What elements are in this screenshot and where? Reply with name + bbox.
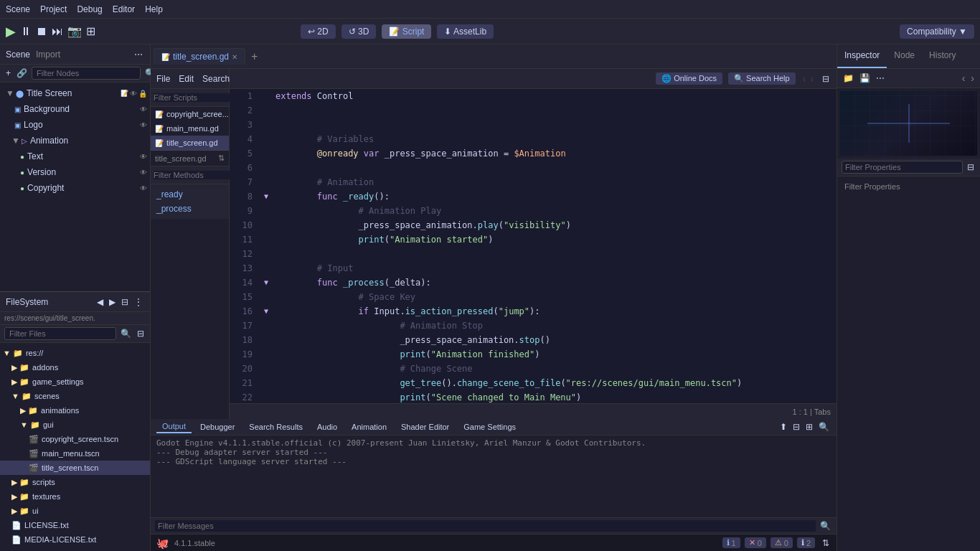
- fs-item-scripts[interactable]: ▶ 📁 scripts: [0, 475, 150, 489]
- inspector-save-btn[interactable]: 💾: [858, 72, 872, 85]
- status-settings-btn[interactable]: ⇅: [821, 537, 831, 550]
- filter-files-input[interactable]: [4, 327, 116, 340]
- method-process[interactable]: _process: [151, 202, 229, 216]
- output-tab-search[interactable]: Search Results: [243, 421, 308, 433]
- output-tab-shader[interactable]: Shader Editor: [395, 421, 455, 433]
- script-item-copyright[interactable]: 📝 copyright_scree...: [151, 107, 229, 121]
- scene-tab[interactable]: Scene: [6, 50, 30, 60]
- filter-nodes-input[interactable]: [32, 67, 141, 80]
- pause-button[interactable]: ⏸: [20, 25, 32, 38]
- script-item-title-screen[interactable]: 📝 title_screen.gd: [151, 136, 229, 150]
- output-settings-btn[interactable]: ⊞: [804, 420, 814, 433]
- new-tab-btn[interactable]: +: [247, 50, 262, 63]
- nav-back-btn[interactable]: ‹: [801, 72, 808, 86]
- inspector-tab-node[interactable]: Node: [887, 44, 922, 68]
- fs-options-btn[interactable]: ⊟: [136, 327, 146, 340]
- output-tab-debugger[interactable]: Debugger: [194, 421, 240, 433]
- stop-button[interactable]: ⏹: [36, 25, 47, 38]
- fs-item-game-settings[interactable]: ▶ 📁 game_settings: [0, 375, 150, 389]
- node-eye-icon[interactable]: 👁: [140, 153, 147, 161]
- menu-search[interactable]: Search: [202, 74, 230, 84]
- search-help-btn[interactable]: 🔍 Search Help: [728, 72, 796, 85]
- fs-item-media-license[interactable]: 📄 MEDIA-LICENSE.txt: [0, 532, 150, 547]
- output-tab-animation[interactable]: Animation: [346, 421, 392, 433]
- scene-settings-btn[interactable]: ⋯: [133, 48, 144, 61]
- output-tab-game-settings[interactable]: Game Settings: [458, 421, 522, 433]
- fs-item-animations[interactable]: ▶ 📁 animations: [0, 403, 150, 418]
- fold-button[interactable]: ▼: [264, 189, 275, 204]
- filter-search-btn[interactable]: 🔍: [819, 519, 832, 532]
- step-button[interactable]: ⏭: [52, 25, 63, 38]
- fs-item-textures[interactable]: ▶ 📁 textures: [0, 489, 150, 504]
- fs-item-scenes[interactable]: ▼ 📁 scenes: [0, 389, 150, 403]
- compatibility-button[interactable]: Compatibility ▼: [900, 24, 974, 39]
- fs-item-res[interactable]: ▼ 📁 res://: [0, 346, 150, 360]
- node-lock-icon[interactable]: 🔒: [138, 90, 147, 98]
- fs-nav-left[interactable]: ◀: [95, 296, 105, 309]
- tab-title-screen[interactable]: 📝 title_screen.gd ✕: [154, 48, 245, 65]
- output-tab-audio[interactable]: Audio: [311, 421, 343, 433]
- output-search-btn[interactable]: 🔍: [817, 420, 831, 433]
- inspector-more-btn[interactable]: ⋯: [875, 72, 886, 85]
- output-tab-output[interactable]: Output: [156, 420, 192, 433]
- fs-item-gui[interactable]: ▼ 📁 gui: [0, 418, 150, 432]
- menu-file[interactable]: File: [156, 74, 170, 84]
- tree-node-background[interactable]: ▣ Background 👁: [0, 101, 150, 117]
- scene-link-btn[interactable]: 🔗: [15, 67, 29, 80]
- fs-filter-btn[interactable]: 🔍: [119, 327, 133, 340]
- script-button[interactable]: 📝 Script: [382, 24, 431, 39]
- play-button[interactable]: ▶: [6, 24, 16, 39]
- error-count-badge[interactable]: ✕ 0: [745, 537, 766, 548]
- grid-button[interactable]: ⊞: [86, 24, 95, 38]
- inspector-nav-forward[interactable]: ›: [969, 71, 976, 85]
- import-tab[interactable]: Import: [36, 50, 60, 60]
- inspector-nav-back[interactable]: ‹: [961, 71, 967, 85]
- inspector-tab-history[interactable]: History: [922, 44, 963, 68]
- fold-button[interactable]: ▼: [264, 304, 275, 319]
- fold-button[interactable]: ▼: [264, 276, 275, 290]
- tree-node-logo[interactable]: ▣ Logo 👁: [0, 117, 150, 133]
- menu-editor[interactable]: Editor: [113, 4, 135, 14]
- nav-forward-btn[interactable]: ›: [809, 72, 815, 86]
- fs-layout-btn[interactable]: ⊟: [120, 296, 130, 309]
- menu-edit[interactable]: Edit: [179, 74, 194, 84]
- view-3d-button[interactable]: ↺ 3D: [341, 24, 377, 39]
- node-eye-icon[interactable]: 👁: [140, 169, 147, 176]
- filter-messages-input[interactable]: [155, 520, 816, 532]
- menu-scene[interactable]: Scene: [6, 4, 30, 14]
- info-count-badge[interactable]: ℹ 1: [722, 537, 740, 548]
- view-2d-button[interactable]: ↩ 2D: [301, 24, 336, 39]
- fs-more-btn[interactable]: ⋮: [133, 296, 144, 309]
- misc-count-badge[interactable]: ℹ 2: [797, 537, 815, 548]
- scene-add-node-btn[interactable]: +: [4, 67, 12, 80]
- output-copy-btn[interactable]: ⊟: [791, 420, 801, 433]
- fs-item-copyright-screen[interactable]: 🎬 copyright_screen.tscn: [0, 432, 150, 446]
- assetlib-button[interactable]: ⬇ AssetLib: [437, 24, 494, 39]
- node-eye-icon[interactable]: 👁: [140, 105, 147, 113]
- script-sort-icon[interactable]: ⇅: [218, 154, 225, 163]
- fs-item-addons[interactable]: ▶ 📁 addons: [0, 360, 150, 375]
- method-ready[interactable]: _ready: [151, 187, 229, 202]
- tree-node-animation[interactable]: ▼ ▷ Animation: [0, 133, 150, 149]
- fs-nav-right[interactable]: ▶: [108, 296, 117, 309]
- camera-button[interactable]: 📷: [67, 24, 82, 38]
- tree-node-text[interactable]: ● Text 👁: [0, 149, 150, 164]
- inspector-filter-btn[interactable]: ⊟: [966, 161, 976, 174]
- node-eye-icon[interactable]: 👁: [140, 121, 147, 129]
- fs-item-license[interactable]: 📄 LICENSE.txt: [0, 518, 150, 532]
- warning-count-badge[interactable]: ⚠ 0: [771, 537, 793, 548]
- menu-project[interactable]: Project: [40, 4, 67, 14]
- fs-item-title-screen[interactable]: 🎬 title_screen.tscn: [0, 461, 150, 475]
- fs-item-main-menu[interactable]: 🎬 main_menu.tscn: [0, 446, 150, 461]
- node-eye-icon[interactable]: 👁: [140, 184, 147, 192]
- menu-debug[interactable]: Debug: [77, 4, 102, 14]
- script-item-main-menu[interactable]: 📝 main_menu.gd: [151, 121, 229, 136]
- output-clear-btn[interactable]: ⬆: [778, 420, 788, 433]
- menu-help[interactable]: Help: [145, 4, 163, 14]
- tab-close-btn[interactable]: ✕: [232, 53, 237, 61]
- inspector-new-scene-btn[interactable]: 📁: [842, 72, 855, 85]
- inspector-tab-inspector[interactable]: Inspector: [837, 44, 887, 68]
- tree-node-title-screen[interactable]: ▼ ⬤ Title Screen 📝 👁 🔒: [0, 85, 150, 101]
- inspector-filter-input[interactable]: [842, 161, 963, 174]
- tree-node-version[interactable]: ● Version 👁: [0, 164, 150, 180]
